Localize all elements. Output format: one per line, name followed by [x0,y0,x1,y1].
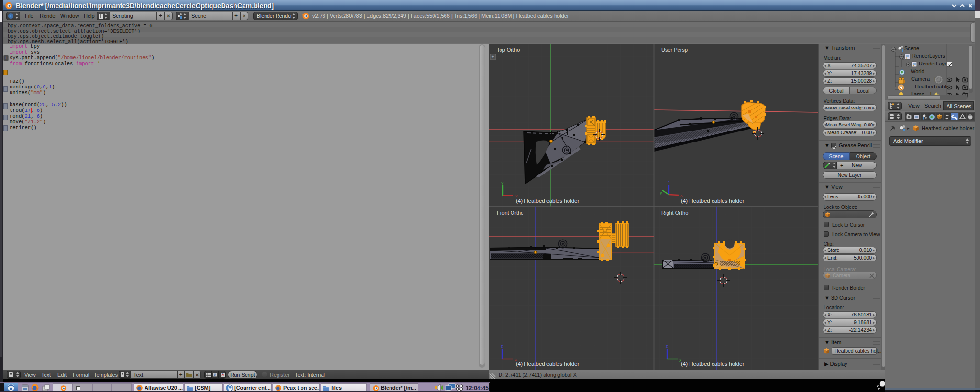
svg-text:(4) Heatbed cables holder: (4) Heatbed cables holder [681,198,744,204]
svg-text:y: y [679,357,682,362]
svg-text:y: y [501,180,504,185]
svg-text:y: y [660,190,662,195]
svg-text:(4) Heatbed cables holder: (4) Heatbed cables holder [516,198,579,204]
svg-text:(4) Heatbed cables holder: (4) Heatbed cables holder [681,361,744,367]
svg-text:Front Ortho: Front Ortho [497,210,523,216]
svg-text:Right Ortho: Right Ortho [661,210,688,216]
svg-text:x: x [515,357,517,362]
svg-text:z: z [666,344,668,348]
svg-text:x: x [680,193,683,198]
svg-text:+: + [492,54,494,59]
svg-text:Top Ortho: Top Ortho [497,47,520,53]
svg-text:x: x [515,194,518,198]
svg-text:(4) Heatbed cables holder: (4) Heatbed cables holder [516,361,579,367]
svg-text:User Persp: User Persp [661,47,688,53]
svg-text:z: z [501,344,503,348]
svg-text:z: z [668,179,670,184]
